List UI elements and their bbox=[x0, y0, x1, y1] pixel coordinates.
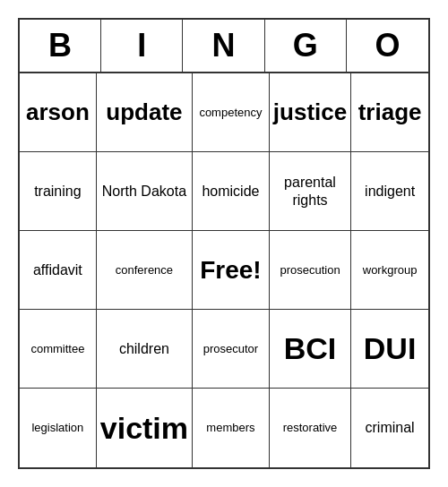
cell-text: homicide bbox=[202, 183, 259, 200]
cell-text: update bbox=[106, 98, 182, 126]
bingo-cell[interactable]: Free! bbox=[193, 231, 270, 310]
cell-text: training bbox=[34, 183, 81, 200]
bingo-cell[interactable]: triage bbox=[351, 73, 428, 152]
bingo-cell[interactable]: prosecutor bbox=[193, 310, 270, 389]
bingo-cell[interactable]: DUI bbox=[351, 310, 428, 389]
cell-text: prosecution bbox=[280, 263, 340, 278]
cell-text: indigent bbox=[365, 183, 415, 200]
cell-text: DUI bbox=[364, 330, 417, 367]
bingo-grid: arsonupdatecompetencyjusticetriagetraini… bbox=[20, 73, 428, 467]
cell-text: workgroup bbox=[363, 263, 418, 278]
cell-text: arson bbox=[26, 98, 90, 126]
cell-text: triage bbox=[358, 98, 422, 126]
cell-text: victim bbox=[100, 410, 188, 447]
header-letter: O bbox=[347, 20, 428, 72]
cell-text: criminal bbox=[366, 419, 415, 436]
bingo-cell[interactable]: committee bbox=[20, 310, 97, 389]
header-letter: N bbox=[183, 20, 264, 72]
cell-text: BCI bbox=[284, 330, 337, 367]
bingo-cell[interactable]: arson bbox=[20, 73, 97, 152]
bingo-cell[interactable]: North Dakota bbox=[97, 152, 193, 231]
bingo-header: BINGO bbox=[20, 20, 428, 73]
bingo-cell[interactable]: training bbox=[20, 152, 97, 231]
bingo-cell[interactable]: BCI bbox=[270, 310, 351, 389]
cell-text: affidavit bbox=[33, 261, 82, 278]
bingo-cell[interactable]: restorative bbox=[270, 389, 351, 467]
cell-text: members bbox=[206, 421, 254, 435]
cell-text: prosecutor bbox=[203, 342, 258, 356]
bingo-cell[interactable]: members bbox=[193, 389, 270, 467]
cell-text: parental rights bbox=[273, 174, 347, 208]
cell-text: restorative bbox=[283, 421, 338, 435]
bingo-cell[interactable]: homicide bbox=[193, 152, 270, 231]
bingo-cell[interactable]: update bbox=[97, 73, 193, 152]
bingo-cell[interactable]: indigent bbox=[351, 152, 428, 231]
bingo-cell[interactable]: victim bbox=[97, 389, 193, 467]
header-letter: G bbox=[265, 20, 347, 72]
bingo-cell[interactable]: criminal bbox=[351, 389, 428, 467]
bingo-cell[interactable]: legislation bbox=[20, 389, 97, 467]
cell-text: competency bbox=[199, 106, 262, 120]
cell-text: conference bbox=[116, 263, 173, 278]
cell-text: legislation bbox=[31, 421, 83, 435]
cell-text: Free! bbox=[200, 255, 261, 286]
header-letter: B bbox=[20, 20, 101, 72]
header-letter: I bbox=[101, 20, 183, 72]
bingo-card: BINGO arsonupdatecompetencyjusticetriage… bbox=[18, 18, 430, 469]
cell-text: justice bbox=[273, 98, 347, 126]
cell-text: North Dakota bbox=[102, 183, 186, 200]
bingo-cell[interactable]: conference bbox=[97, 231, 193, 310]
bingo-cell[interactable]: prosecution bbox=[270, 231, 351, 310]
bingo-cell[interactable]: affidavit bbox=[20, 231, 97, 310]
bingo-cell[interactable]: justice bbox=[270, 73, 351, 152]
bingo-cell[interactable]: children bbox=[97, 310, 193, 389]
bingo-cell[interactable]: parental rights bbox=[270, 152, 351, 231]
bingo-cell[interactable]: workgroup bbox=[351, 231, 428, 310]
cell-text: children bbox=[119, 340, 169, 357]
cell-text: committee bbox=[30, 342, 84, 356]
bingo-cell[interactable]: competency bbox=[193, 73, 270, 152]
